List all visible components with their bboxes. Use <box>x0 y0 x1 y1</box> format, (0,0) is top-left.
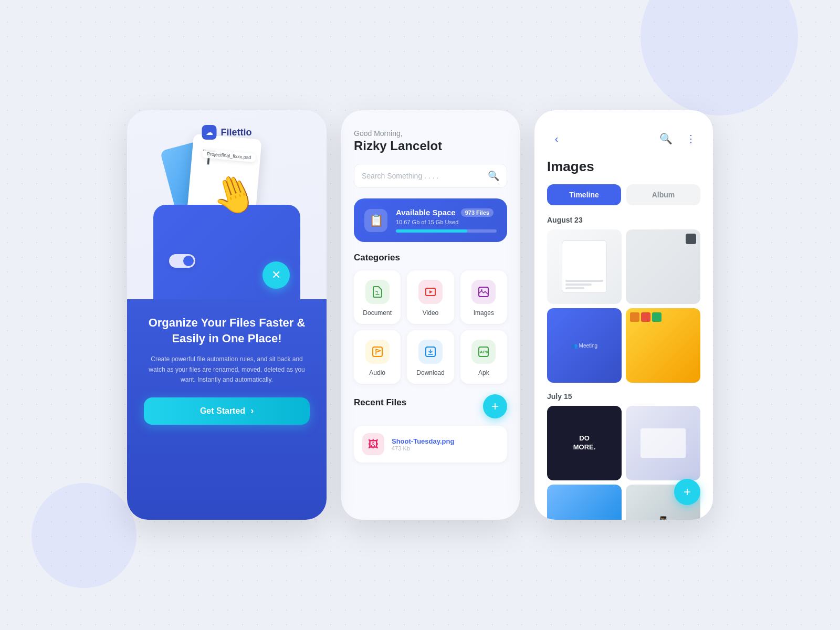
category-audio[interactable]: Audio <box>354 330 401 384</box>
more-options-button[interactable]: ⋮ <box>681 129 700 148</box>
search-button[interactable]: 🔍 <box>656 129 675 148</box>
category-label-download: Download <box>416 369 444 376</box>
document-icon <box>365 280 390 304</box>
search-bar[interactable]: Search Something . . . . 🔍 <box>354 164 507 188</box>
svg-marker-2 <box>429 290 433 293</box>
category-label-document: Document <box>363 309 392 317</box>
search-icon[interactable]: 🔍 <box>488 170 499 182</box>
storage-card: 📋 Available Space 973 Files 10.67 Gb of … <box>354 198 507 242</box>
image-item[interactable]: 👥 Meeting <box>547 308 622 383</box>
screen-file-manager: Good Morning, Rizky Lancelot Search Some… <box>341 110 520 520</box>
category-download[interactable]: Download <box>407 330 454 384</box>
screen-onboarding: ☁ Filettio Projectfinal_fixxx.psd 🤚 ✕ Or… <box>127 110 327 520</box>
categories-section: Categories Document Video <box>354 253 507 384</box>
image-grid-august: 👥 Meeting <box>547 229 700 383</box>
files-badge: 973 Files <box>461 208 494 217</box>
toggle-icon <box>169 254 195 268</box>
screen3-container: ‹ 🔍 ⋮ Images Timeline Album August 23 <box>534 110 713 520</box>
close-circle-icon: ✕ <box>262 261 290 289</box>
add-file-button[interactable]: + <box>483 394 507 418</box>
file-info: Shoot-Tuesday.png 473 Kb <box>392 437 499 452</box>
file-name: Shoot-Tuesday.png <box>392 437 499 445</box>
image-item[interactable]: DOMORE. <box>547 406 622 480</box>
file-list-item[interactable]: 🖼 Shoot-Tuesday.png 473 Kb <box>354 426 507 463</box>
category-images[interactable]: Images <box>460 270 507 324</box>
images-title: Images <box>547 159 700 175</box>
apk-icon: APK <box>471 340 496 364</box>
file-manager-header: Good Morning, Rizky Lancelot <box>354 129 507 153</box>
tab-album[interactable]: Album <box>626 184 700 205</box>
categories-title: Categories <box>354 253 507 263</box>
file-size: 473 Kb <box>392 445 499 452</box>
search-placeholder-text: Search Something . . . . <box>362 172 482 180</box>
date-label-august: August 23 <box>547 216 700 224</box>
get-started-button[interactable]: Get Started › <box>144 397 310 425</box>
onboarding-content: Organize Your Files Faster & Easily in O… <box>127 299 327 520</box>
tab-timeline[interactable]: Timeline <box>547 184 621 205</box>
recent-files-header: Recent Files + <box>354 394 507 418</box>
onboarding-subtitle: Create powerful file automation rules, a… <box>144 354 310 385</box>
storage-title: Available Space <box>396 208 456 217</box>
category-video[interactable]: Video <box>407 270 454 324</box>
svg-text:APK: APK <box>480 350 489 354</box>
screens-container: ☁ Filettio Projectfinal_fixxx.psd 🤚 ✕ Or… <box>127 110 713 520</box>
storage-title-row: Available Space 973 Files <box>396 208 497 217</box>
category-document[interactable]: Document <box>354 270 401 324</box>
category-label-video: Video <box>423 309 438 317</box>
category-label-images: Images <box>474 309 494 317</box>
storage-progress-fill <box>396 229 467 233</box>
download-icon <box>418 340 443 364</box>
categories-grid: Document Video Images <box>354 270 507 384</box>
logo-text: Filettio <box>221 127 252 138</box>
svg-point-0 <box>377 292 378 293</box>
add-image-button[interactable]: + <box>674 479 700 505</box>
recent-files-title: Recent Files <box>354 397 406 408</box>
category-label-audio: Audio <box>369 369 385 376</box>
images-scroll-area: August 23 👥 M <box>547 216 700 520</box>
greeting-text: Good Morning, <box>354 129 507 138</box>
recent-files-section: Recent Files + 🖼 Shoot-Tuesday.png 473 K… <box>354 394 507 507</box>
audio-icon <box>365 340 390 364</box>
image-item[interactable] <box>626 406 700 480</box>
logo-area: ☁ Filettio <box>202 125 252 140</box>
screen-images: ‹ 🔍 ⋮ Images Timeline Album August 23 <box>534 110 713 520</box>
topbar-actions: 🔍 ⋮ <box>656 129 700 148</box>
storage-subtitle: 10.67 Gb of 15 Gb Used <box>396 219 497 225</box>
images-icon <box>471 280 496 304</box>
image-item[interactable] <box>547 229 622 304</box>
storage-info: Available Space 973 Files 10.67 Gb of 15… <box>396 208 497 233</box>
user-name: Rizky Lancelot <box>354 139 507 153</box>
back-button[interactable]: ‹ <box>547 129 566 148</box>
date-label-july: July 15 <box>547 392 700 401</box>
images-topbar: ‹ 🔍 ⋮ <box>547 129 700 148</box>
image-item[interactable] <box>626 308 700 383</box>
tab-row: Timeline Album <box>547 184 700 205</box>
image-grid-july: DOMORE. 👥 📱 <box>547 406 700 520</box>
image-item[interactable] <box>626 229 700 304</box>
onboarding-title: Organize Your Files Faster & Easily in O… <box>144 315 310 346</box>
doc-label: Projectfinal_fixxx.psd <box>202 149 256 162</box>
date-section-august: August 23 👥 M <box>547 216 700 383</box>
storage-icon: 📋 <box>364 209 387 232</box>
category-label-apk: Apk <box>478 369 489 376</box>
storage-progress-bar <box>396 229 497 233</box>
image-item[interactable]: 👥 <box>547 485 622 520</box>
logo-icon: ☁ <box>202 125 217 140</box>
video-icon <box>418 280 443 304</box>
file-type-icon: 🖼 <box>362 433 384 455</box>
category-apk[interactable]: APK Apk <box>460 330 507 384</box>
